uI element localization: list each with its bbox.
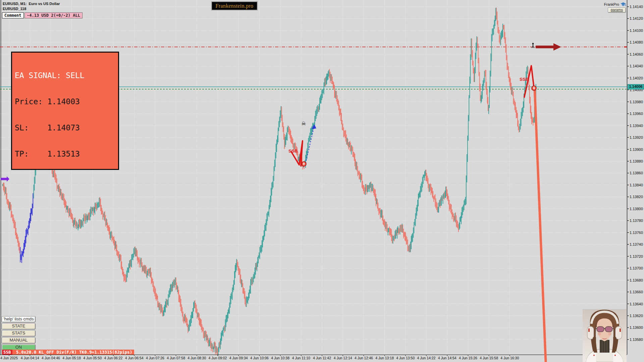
trend-arrow-head (553, 43, 561, 51)
candle-bar (145, 265, 146, 274)
candle-bar (31, 208, 32, 214)
comment-button[interactable]: Comment (2, 12, 24, 18)
candle-bar (147, 270, 148, 278)
candle-bar (66, 205, 67, 210)
candle-bar (187, 318, 187, 327)
candle-bar (220, 339, 221, 349)
time-tick-label: 4 Jun 06:22 (104, 356, 123, 360)
candle-bar (321, 90, 322, 100)
state-button[interactable]: STATE (2, 323, 36, 329)
candle-bar (351, 142, 351, 152)
candle-bar (376, 194, 376, 206)
candle-bar (152, 279, 153, 287)
candle-bar (146, 267, 147, 277)
price-tick-label: 1.13620 (630, 314, 643, 318)
candle-bar (455, 213, 456, 223)
candle-bar (203, 327, 204, 338)
candle-bar (326, 74, 327, 84)
candle-bar (405, 232, 405, 241)
time-tick-label: 4 Jun 12:14 (334, 356, 352, 360)
candle-bar (229, 302, 230, 314)
candle-bar (345, 130, 346, 142)
candle-bar (359, 171, 360, 179)
candle-bar (14, 218, 14, 228)
candle-bar (95, 203, 95, 215)
candle-bar (328, 70, 329, 77)
candle-bar (319, 98, 320, 110)
candle-bar (228, 308, 229, 314)
candle-bar (476, 43, 476, 59)
candle-bar (379, 208, 379, 215)
params-button[interactable]: params (608, 7, 626, 13)
candle-bar (288, 126, 288, 132)
candle-bar (189, 320, 190, 330)
candle-bar (135, 246, 136, 256)
candle-bar (406, 236, 407, 245)
candle-bar (231, 292, 232, 299)
candle-bar (498, 27, 499, 34)
help-button[interactable]: 'help' lists cmds (2, 316, 36, 322)
candle-bar (317, 105, 318, 114)
candle-bar (76, 222, 77, 229)
candle-bar (61, 189, 61, 199)
price-tick-label: 1.13900 (630, 147, 643, 152)
candle-bar (178, 290, 179, 302)
candle-bar (488, 105, 489, 114)
candle-bar (529, 85, 530, 104)
candle-bar (64, 198, 65, 208)
candle-bar (55, 170, 55, 180)
candle-bar (103, 214, 104, 217)
candle-bar (427, 176, 428, 184)
candle-bar (171, 284, 171, 292)
candle-bar (438, 202, 439, 213)
candle-bar (516, 107, 517, 118)
candle-bar (428, 178, 429, 188)
candle-bar (12, 214, 13, 221)
candle-bar (232, 288, 233, 300)
candle-bar (205, 330, 206, 337)
price-tick-label: 1.13700 (630, 266, 643, 270)
candle-bar (381, 209, 382, 218)
candle-bar (112, 236, 113, 240)
candle-bar (445, 187, 446, 198)
candle-bar (170, 285, 171, 295)
candle-bar (309, 136, 310, 142)
candle-bar (17, 234, 18, 243)
candle-bar (231, 294, 231, 304)
candle-bar (472, 39, 472, 57)
candle-bar (59, 186, 60, 197)
sl-axis-tick (624, 47, 627, 48)
candle-bar (407, 237, 408, 244)
candle-bar (422, 182, 422, 192)
candle-bar (88, 213, 89, 220)
price-tick-label: 1.14140 (630, 5, 643, 9)
candle-bar (210, 338, 211, 348)
candle-bar (426, 173, 427, 181)
candle-bar (490, 71, 490, 93)
candle-bar (518, 120, 519, 130)
candle-bar (172, 282, 173, 292)
candle-bar (201, 319, 202, 330)
candle-bar (82, 221, 83, 226)
ssb-label: SSB (520, 77, 529, 82)
candle-bar (153, 281, 154, 292)
candle-bar (308, 138, 309, 149)
candle-bar (353, 147, 353, 157)
candle-bar (152, 277, 152, 283)
candle-bar (502, 24, 503, 37)
candle-bar (467, 136, 468, 162)
candle-bar (347, 139, 348, 146)
candle-bar (126, 270, 127, 282)
candle-bar (433, 191, 433, 199)
candle-bar (224, 325, 225, 333)
candle-bar (95, 202, 96, 209)
candle-bar (517, 110, 517, 118)
candle-bar (222, 330, 223, 336)
candle-bar (173, 281, 173, 288)
candle-bar (99, 198, 100, 207)
stats-button[interactable]: STATS (2, 330, 36, 337)
mt-terminal-window: { "header": { "title": "EURUSD, M1: Euro… (0, 0, 644, 362)
candle-bar (347, 138, 347, 145)
candle-bar (148, 269, 148, 276)
manual-button[interactable]: MANUAL (2, 337, 36, 344)
